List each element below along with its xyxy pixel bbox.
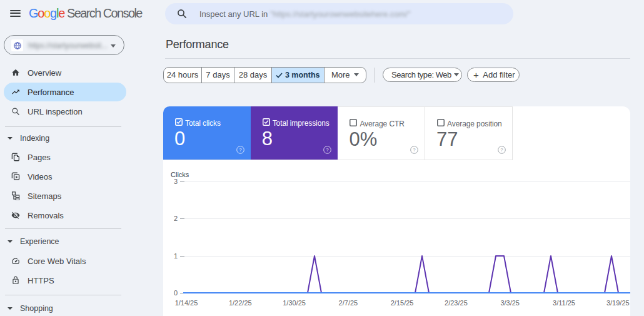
svg-text:1/30/25: 1/30/25 <box>283 299 306 307</box>
svg-text:3/19/25: 3/19/25 <box>606 299 630 307</box>
svg-text:1: 1 <box>174 252 178 260</box>
svg-text:0: 0 <box>174 289 178 297</box>
svg-text:2: 2 <box>174 215 178 222</box>
svg-text:2/15/25: 2/15/25 <box>391 299 414 307</box>
svg-text:1/14/25: 1/14/25 <box>175 299 198 307</box>
svg-text:3/3/25: 3/3/25 <box>500 299 520 307</box>
svg-text:2/7/25: 2/7/25 <box>339 299 358 307</box>
svg-text:1/22/25: 1/22/25 <box>229 299 252 307</box>
svg-text:3: 3 <box>174 178 178 185</box>
svg-text:3/11/25: 3/11/25 <box>553 299 575 307</box>
svg-text:2/23/25: 2/23/25 <box>445 299 468 307</box>
